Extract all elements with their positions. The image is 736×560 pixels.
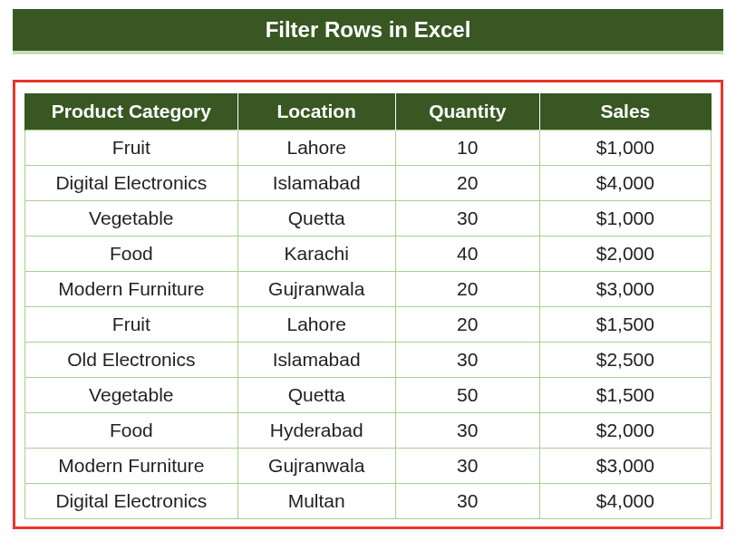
cell-sales: $2,500 xyxy=(539,343,711,378)
header-location: Location xyxy=(237,93,395,130)
cell-location: Gujranwala xyxy=(237,272,395,307)
page-title: Filter Rows in Excel xyxy=(13,9,723,54)
cell-location: Lahore xyxy=(237,130,395,166)
header-category: Product Category xyxy=(25,93,238,130)
cell-location: Islamabad xyxy=(237,343,395,378)
table-row: FruitLahore20$1,500 xyxy=(25,307,712,343)
cell-location: Gujranwala xyxy=(237,449,395,484)
data-table: Product Category Location Quantity Sales… xyxy=(24,93,712,519)
cell-quantity: 30 xyxy=(395,484,539,519)
cell-quantity: 40 xyxy=(395,237,539,272)
table-row: Digital ElectronicsIslamabad20$4,000 xyxy=(25,166,712,201)
cell-category: Food xyxy=(25,413,238,449)
cell-sales: $3,000 xyxy=(539,449,711,484)
table-row: Digital ElectronicsMultan30$4,000 xyxy=(25,484,712,519)
table-row: FruitLahore10$1,000 xyxy=(25,130,712,166)
table-row: VegetableQuetta30$1,000 xyxy=(25,201,712,237)
table-container: Product Category Location Quantity Sales… xyxy=(13,80,723,529)
cell-category: Fruit xyxy=(25,307,238,343)
cell-category: Vegetable xyxy=(25,378,238,413)
cell-sales: $2,000 xyxy=(539,413,711,449)
cell-category: Modern Furniture xyxy=(25,272,238,307)
table-row: Modern FurnitureGujranwala30$3,000 xyxy=(25,449,712,484)
cell-sales: $4,000 xyxy=(539,484,711,519)
table-row: FoodKarachi40$2,000 xyxy=(25,237,712,272)
cell-category: Fruit xyxy=(25,130,238,166)
cell-category: Modern Furniture xyxy=(25,449,238,484)
cell-location: Islamabad xyxy=(237,166,395,201)
cell-location: Lahore xyxy=(237,307,395,343)
cell-location: Karachi xyxy=(237,237,395,272)
cell-location: Quetta xyxy=(237,201,395,237)
header-sales: Sales xyxy=(539,93,711,130)
cell-quantity: 20 xyxy=(395,307,539,343)
cell-quantity: 30 xyxy=(395,201,539,237)
cell-quantity: 50 xyxy=(395,378,539,413)
cell-sales: $3,000 xyxy=(539,272,711,307)
cell-category: Food xyxy=(25,237,238,272)
cell-quantity: 20 xyxy=(395,272,539,307)
cell-quantity: 30 xyxy=(395,449,539,484)
cell-sales: $1,500 xyxy=(539,378,711,413)
table-row: Modern FurnitureGujranwala20$3,000 xyxy=(25,272,712,307)
cell-location: Multan xyxy=(237,484,395,519)
header-row: Product Category Location Quantity Sales xyxy=(25,93,712,130)
cell-category: Vegetable xyxy=(25,201,238,237)
header-quantity: Quantity xyxy=(395,93,539,130)
table-row: VegetableQuetta50$1,500 xyxy=(25,378,712,413)
table-row: Old ElectronicsIslamabad30$2,500 xyxy=(25,343,712,378)
cell-category: Old Electronics xyxy=(25,343,238,378)
cell-location: Hyderabad xyxy=(237,413,395,449)
cell-sales: $1,000 xyxy=(539,130,711,166)
cell-quantity: 30 xyxy=(395,413,539,449)
cell-sales: $2,000 xyxy=(539,237,711,272)
cell-sales: $1,500 xyxy=(539,307,711,343)
cell-sales: $4,000 xyxy=(539,166,711,201)
cell-quantity: 20 xyxy=(395,166,539,201)
cell-sales: $1,000 xyxy=(539,201,711,237)
cell-quantity: 30 xyxy=(395,343,539,378)
cell-category: Digital Electronics xyxy=(25,166,238,201)
table-row: FoodHyderabad30$2,000 xyxy=(25,413,712,449)
cell-location: Quetta xyxy=(237,378,395,413)
cell-quantity: 10 xyxy=(395,130,539,166)
cell-category: Digital Electronics xyxy=(25,484,238,519)
